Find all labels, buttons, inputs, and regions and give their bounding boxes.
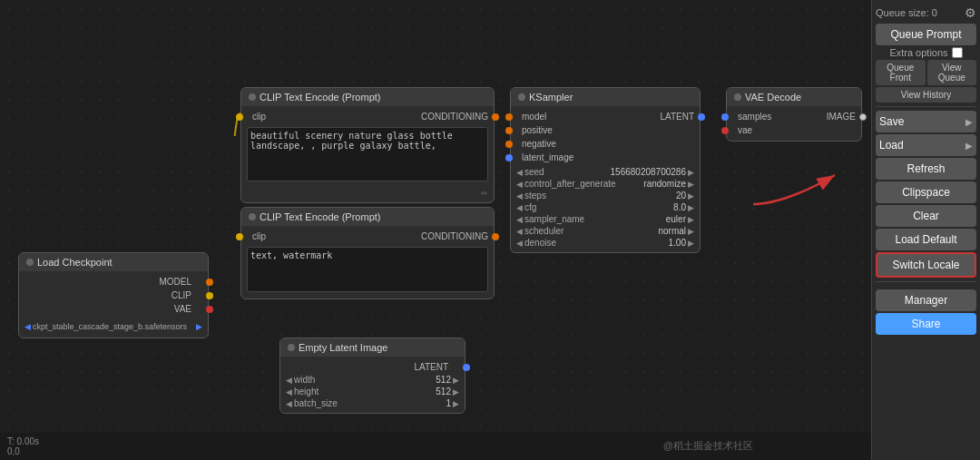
view-queue-button[interactable]: View Queue <box>927 60 977 85</box>
view-history-button[interactable]: View History <box>876 87 976 103</box>
save-arrow-icon: ▶ <box>965 117 973 127</box>
manager-button[interactable]: Manager <box>876 289 976 311</box>
clip-encode-2-text[interactable] <box>247 247 488 292</box>
load-default-button[interactable]: Load Default <box>876 229 976 250</box>
save-button[interactable]: Save ▶ <box>876 111 976 132</box>
empty-latent-node: Empty Latent Image LATENT ◀ width 512 ▶ … <box>279 338 466 414</box>
clip-encode-2-node: CLIP Text Encode (Prompt) clip CONDITION… <box>240 207 495 299</box>
extra-options-checkbox[interactable] <box>952 47 963 58</box>
divider-2 <box>876 281 976 282</box>
vae-decode-header: VAE Decode <box>727 88 861 106</box>
load-checkpoint-header: Load Checkpoint <box>19 253 208 271</box>
gear-icon[interactable]: ⚙ <box>965 5 976 20</box>
queue-front-button[interactable]: Queue Front <box>876 60 926 85</box>
right-panel: Queue size: 0 ⚙ Queue Prompt Extra optio… <box>871 0 980 460</box>
vae-decode-node: VAE Decode samples IMAGE vae <box>726 87 862 142</box>
watermark: @稻土掘金技术社区 <box>663 439 753 453</box>
divider-1 <box>876 106 976 107</box>
share-button[interactable]: Share <box>876 313 976 335</box>
refresh-button[interactable]: Refresh <box>876 158 976 180</box>
clip-encode-1-text[interactable] <box>247 127 488 181</box>
ksampler-node: KSampler model LATENT positive negative … <box>510 87 701 253</box>
wires-overlay <box>0 0 272 136</box>
clear-button[interactable]: Clear <box>876 205 976 227</box>
ksampler-header: KSampler <box>511 88 700 106</box>
empty-latent-header: Empty Latent Image <box>280 338 465 357</box>
load-arrow-icon: ▶ <box>965 141 973 151</box>
red-arrow-annotation <box>744 168 853 222</box>
clip-encode-1-node: CLIP Text Encode (Prompt) clip CONDITION… <box>240 87 495 203</box>
clip-encode-1-header: CLIP Text Encode (Prompt) <box>241 88 494 106</box>
clipspace-button[interactable]: Clipspace <box>876 181 976 203</box>
load-button[interactable]: Load ▶ <box>876 134 976 156</box>
queue-header: Queue size: 0 ⚙ <box>876 4 976 22</box>
sub-btns-row: Queue Front View Queue <box>876 60 976 85</box>
clip-encode-2-header: CLIP Text Encode (Prompt) <box>241 208 494 226</box>
canvas-area[interactable]: Load Checkpoint MODEL CLIP VAE ◀ ckpt_st… <box>0 0 871 460</box>
switch-locale-button[interactable]: Switch Locale <box>876 252 976 278</box>
queue-prompt-button[interactable]: Queue Prompt <box>876 24 976 45</box>
load-checkpoint-node: Load Checkpoint MODEL CLIP VAE ◀ ckpt_st… <box>18 252 209 338</box>
extra-options-row: Extra options <box>876 47 976 58</box>
